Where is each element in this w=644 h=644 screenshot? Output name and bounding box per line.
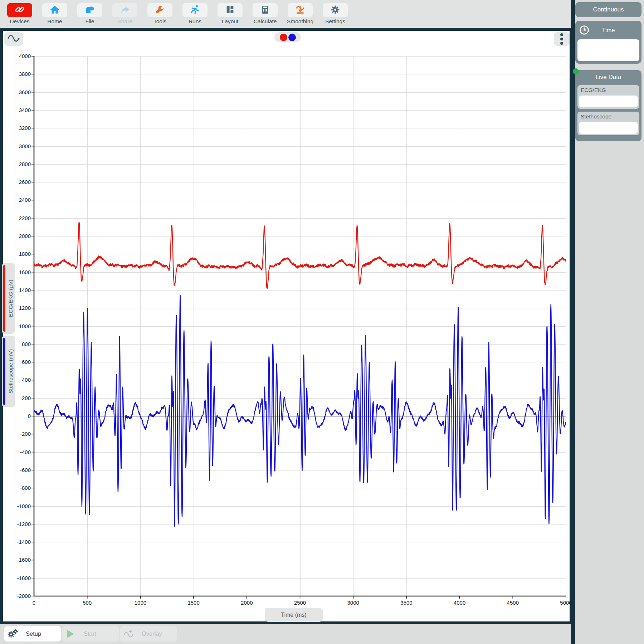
home-button[interactable]: Home xyxy=(39,0,71,28)
ecg-live-value-box xyxy=(579,96,638,107)
y-tick-label: -1800 xyxy=(12,575,31,581)
y-tick-label: -600 xyxy=(12,467,31,473)
smoothing-icon xyxy=(295,4,306,16)
ecg-channel-label: ECG/EKG xyxy=(581,87,606,93)
wrench-icon xyxy=(155,4,165,16)
live-data-title: Live Data xyxy=(575,74,641,81)
y-tick-label: -200 xyxy=(12,431,31,437)
y-tick-label: -2000 xyxy=(12,593,31,599)
y-tick-label: 0 xyxy=(12,413,31,419)
y-tick-label: -1200 xyxy=(12,521,31,527)
x-tick-label: 500 xyxy=(73,600,102,606)
y-tick-label: 2200 xyxy=(12,215,31,221)
y-tick-label: 4000 xyxy=(12,53,31,59)
stethoscope-axis-color-bar xyxy=(3,338,5,405)
legend-dot-ecg-ekg[interactable] xyxy=(280,34,287,41)
runner-icon xyxy=(190,4,200,16)
stethoscope-channel-label: Stethoscope xyxy=(581,113,611,120)
overlay-icon xyxy=(120,629,137,639)
tools-label: Tools xyxy=(140,18,180,25)
x-tick-label: 1000 xyxy=(126,600,155,606)
layout-icon xyxy=(225,5,235,16)
sine-wave-icon xyxy=(7,34,20,44)
right-sidebar: Continuous Time - Live Data ECG/EKG Stet… xyxy=(575,0,644,644)
y-tick-label: -1600 xyxy=(12,557,31,563)
share-button[interactable]: Share xyxy=(109,0,141,28)
stethoscope-live-channel[interactable]: Stethoscope xyxy=(577,112,639,135)
x-tick-label: 2500 xyxy=(286,600,314,606)
plot-area[interactable] xyxy=(31,56,568,599)
y-tick-label: -1400 xyxy=(12,539,31,545)
ecg-axis-color-bar xyxy=(3,265,5,332)
layout-button[interactable]: Layout xyxy=(214,0,246,28)
stethoscope-axis-badge[interactable]: Stethoscope (mV) xyxy=(2,336,15,407)
setup-button[interactable]: Setup xyxy=(4,626,61,641)
overlay-button[interactable]: Overlay xyxy=(120,626,177,641)
file-label: File xyxy=(70,18,109,25)
legend-dot-stethoscope[interactable] xyxy=(288,34,296,41)
time-panel-title: Time xyxy=(575,27,641,34)
file-button[interactable]: File xyxy=(74,0,106,28)
runs-label: Runs xyxy=(175,18,215,25)
setup-gears-icon xyxy=(4,628,21,640)
start-button[interactable]: Start xyxy=(62,626,119,641)
layout-label: Layout xyxy=(210,18,250,25)
graph-type-button[interactable] xyxy=(4,32,23,46)
header-divider xyxy=(3,47,570,47)
y-tick-label: 2000 xyxy=(12,233,31,239)
kebab-dot xyxy=(560,42,563,45)
x-tick-label: 4500 xyxy=(498,600,527,606)
home-label: Home xyxy=(35,18,74,25)
calculator-icon xyxy=(260,5,270,16)
ecg-axis-label: ECG/EKG (µV) xyxy=(6,263,15,334)
home-icon xyxy=(49,4,60,16)
y-tick-label: 2400 xyxy=(12,197,31,203)
ecg-live-channel[interactable]: ECG/EKG xyxy=(577,85,639,109)
kebab-dot xyxy=(560,38,563,40)
bottom-bar: Setup Start Overlay xyxy=(0,624,571,644)
y-tick-label: 2600 xyxy=(12,179,31,185)
x-tick-label: 0 xyxy=(20,600,48,606)
ecg-axis-badge[interactable]: ECG/EKG (µV) xyxy=(2,263,15,334)
y-tick-label: 2800 xyxy=(12,161,31,167)
settings-button[interactable]: Settings xyxy=(319,0,351,28)
devices-chip[interactable] xyxy=(7,3,32,17)
time-panel: Time - xyxy=(575,21,641,64)
y-tick-label: 3200 xyxy=(12,125,31,131)
live-data-panel: Live Data ECG/EKG Stethoscope xyxy=(575,70,641,141)
graph-options-menu[interactable] xyxy=(554,32,570,46)
run-legend[interactable] xyxy=(274,32,301,42)
x-tick-label: 3500 xyxy=(392,600,421,606)
y-tick-label: 1800 xyxy=(12,251,31,257)
continuous-mode-button[interactable]: Continuous xyxy=(575,2,641,17)
link-icon xyxy=(14,4,25,16)
calculate-button[interactable]: Calculate xyxy=(249,0,281,28)
y-tick-label: 3400 xyxy=(12,107,31,113)
x-tick-label: 3000 xyxy=(339,600,367,606)
play-icon xyxy=(62,630,79,638)
runs-button[interactable]: Runs xyxy=(179,0,211,28)
smoothing-button[interactable]: Smoothing xyxy=(284,0,316,28)
x-tick-label: 4000 xyxy=(445,600,474,606)
time-value-box: - xyxy=(577,39,639,61)
overlay-label: Overlay xyxy=(142,630,162,637)
share-label: Share xyxy=(105,18,145,25)
x-tick-label: 1500 xyxy=(179,600,208,606)
y-tick-label: 3800 xyxy=(12,71,31,77)
y-tick-label: 3000 xyxy=(12,143,31,149)
smoothing-label: Smoothing xyxy=(280,18,320,25)
file-icon xyxy=(84,4,95,16)
devices-label: Devices xyxy=(0,18,39,25)
stethoscope-axis-label: Stethoscope (mV) xyxy=(6,336,15,407)
settings-label: Settings xyxy=(316,18,355,25)
x-axis-title[interactable]: Time (ms) xyxy=(265,608,323,622)
kebab-dot xyxy=(560,33,563,36)
start-label: Start xyxy=(84,630,96,637)
devices-button[interactable]: Devices xyxy=(4,0,36,28)
y-tick-label: -400 xyxy=(12,449,31,455)
calculate-label: Calculate xyxy=(245,18,285,25)
share-icon xyxy=(119,4,130,16)
y-tick-label: 3600 xyxy=(12,89,31,95)
tools-button[interactable]: Tools xyxy=(144,0,176,28)
setup-label: Setup xyxy=(26,630,41,637)
